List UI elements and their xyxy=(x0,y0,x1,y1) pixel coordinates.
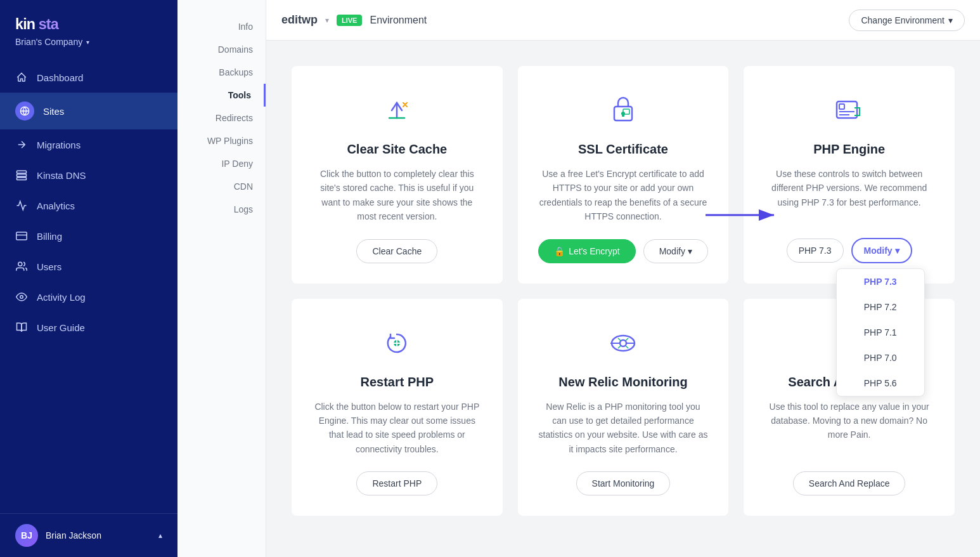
company-chevron-icon: ▾ xyxy=(86,39,89,46)
svg-rect-6 xyxy=(16,232,27,240)
lock-icon: 🔒 xyxy=(554,246,565,256)
footer-user-info: Brian Jackson xyxy=(46,530,151,541)
svg-text:sta: sta xyxy=(39,16,60,33)
svg-rect-4 xyxy=(17,174,27,177)
php-current-version: PHP 7.3 xyxy=(787,239,844,263)
php-engine-title: PHP Engine xyxy=(813,142,885,157)
sidebar-item-users-label: Users xyxy=(37,261,61,272)
sidebar-item-user-guide-label: User Guide xyxy=(37,322,85,333)
svg-point-8 xyxy=(18,262,22,266)
house-icon xyxy=(15,71,28,84)
restart-php-button[interactable]: Restart PHP xyxy=(356,471,437,495)
sidebar-item-sites[interactable]: Sites xyxy=(0,93,177,129)
sub-nav-item-domains[interactable]: Domains xyxy=(177,38,266,61)
restart-php-icon xyxy=(378,324,416,362)
sidebar-item-analytics[interactable]: Analytics xyxy=(0,190,177,221)
eye-icon xyxy=(15,291,28,303)
ssl-modify-button[interactable]: Modify ▾ xyxy=(643,239,708,263)
svg-rect-15 xyxy=(839,104,844,109)
sidebar-item-kinsta-dns[interactable]: Kinsta DNS xyxy=(0,160,177,190)
sub-nav-item-redirects[interactable]: Redirects xyxy=(177,107,266,129)
sidebar-item-kinsta-dns-label: Kinsta DNS xyxy=(37,170,86,181)
lets-encrypt-button[interactable]: 🔒 Let's Encrypt xyxy=(538,239,636,263)
clear-cache-button[interactable]: Clear Cache xyxy=(356,239,437,263)
sidebar-item-user-guide[interactable]: User Guide xyxy=(0,312,177,343)
avatar: BJ xyxy=(15,524,38,547)
new-relic-desc: New Relic is a PHP monitoring tool you c… xyxy=(538,400,709,457)
modify-chevron-icon: ▾ xyxy=(688,246,692,256)
search-and-replace-button[interactable]: Search And Replace xyxy=(793,471,906,495)
change-env-chevron-icon: ▾ xyxy=(948,15,953,25)
php-option-73[interactable]: PHP 7.3 xyxy=(837,269,924,294)
tools-content: Clear Site Cache Click the button to com… xyxy=(266,41,980,557)
sidebar-item-users[interactable]: Users xyxy=(0,251,177,282)
ssl-btn-row: 🔒 Let's Encrypt Modify ▾ xyxy=(538,239,708,263)
php-btn-row: PHP 7.3 Modify ▾ PHP 7.3 PHP 7.2 PHP 7.1… xyxy=(787,238,912,263)
arrows-icon xyxy=(15,138,28,151)
restart-php-title: Restart PHP xyxy=(361,375,434,390)
dns-icon xyxy=(15,169,28,181)
change-environment-button[interactable]: Change Environment ▾ xyxy=(849,10,965,31)
sub-nav-item-cdn[interactable]: CDN xyxy=(177,175,266,198)
sidebar-item-billing-label: Billing xyxy=(37,231,62,242)
book-icon xyxy=(15,321,28,334)
user-footer[interactable]: BJ Brian Jackson ▴ xyxy=(0,513,177,557)
sub-nav-item-logs[interactable]: Logs xyxy=(177,198,266,221)
php-option-56[interactable]: PHP 5.6 xyxy=(837,370,924,396)
new-relic-icon xyxy=(604,324,642,362)
php-option-71[interactable]: PHP 7.1 xyxy=(837,320,924,345)
credit-card-icon xyxy=(15,230,28,242)
tool-ssl: SSL Certificate Use a free Let's Encrypt… xyxy=(518,66,729,284)
sidebar-item-dashboard-label: Dashboard xyxy=(37,72,83,83)
tool-restart-php: Restart PHP Click the button below to re… xyxy=(292,299,503,516)
footer-username: Brian Jackson xyxy=(46,530,151,541)
topbar: editwp ▾ LIVE Environment Change Environ… xyxy=(266,0,980,41)
tool-new-relic: New Relic Monitoring New Relic is a PHP … xyxy=(518,299,729,516)
topbar-site-chevron-icon[interactable]: ▾ xyxy=(325,16,329,25)
modify-dropdown-chevron-icon: ▾ xyxy=(895,246,899,256)
clear-cache-desc: Click the button to completely clear thi… xyxy=(312,167,482,224)
php-modify-button[interactable]: Modify ▾ xyxy=(851,238,912,263)
company-name[interactable]: Brian's Company ▾ xyxy=(15,37,162,47)
search-replace-desc: Use this tool to replace any value in yo… xyxy=(764,400,934,457)
php-dropdown: PHP 7.3 PHP 7.2 PHP 7.1 PHP 7.0 PHP 5.6 xyxy=(836,268,925,396)
users-icon xyxy=(15,260,28,273)
clear-cache-title: Clear Site Cache xyxy=(347,142,447,157)
sub-nav-item-tools[interactable]: Tools xyxy=(177,84,266,107)
logo: kin sta xyxy=(15,15,162,34)
logo-area: kin sta Brian's Company ▾ xyxy=(0,0,177,57)
sidebar-item-activity-log[interactable]: Activity Log xyxy=(0,282,177,312)
svg-point-22 xyxy=(620,340,626,346)
sidebar-item-billing[interactable]: Billing xyxy=(0,221,177,251)
sidebar-item-migrations-label: Migrations xyxy=(37,140,81,150)
sub-nav: Info Domains Backups Tools Redirects WP … xyxy=(177,0,266,557)
sidebar: kin sta Brian's Company ▾ Dashboard Site… xyxy=(0,0,177,557)
sub-nav-item-ip-deny[interactable]: IP Deny xyxy=(177,152,266,175)
svg-rect-5 xyxy=(17,178,27,180)
ssl-desc: Use a free Let's Encrypt certificate to … xyxy=(538,167,709,224)
sidebar-item-dashboard[interactable]: Dashboard xyxy=(0,62,177,93)
ssl-icon xyxy=(604,91,642,129)
sidebar-item-analytics-label: Analytics xyxy=(37,200,75,211)
php-engine-icon xyxy=(830,91,868,129)
arrow-indicator xyxy=(706,206,782,225)
tool-clear-cache: Clear Site Cache Click the button to com… xyxy=(292,66,503,284)
php-option-72[interactable]: PHP 7.2 xyxy=(837,294,924,320)
sub-nav-item-backups[interactable]: Backups xyxy=(177,61,266,84)
sidebar-item-sites-label: Sites xyxy=(43,106,64,117)
php-option-70[interactable]: PHP 7.0 xyxy=(837,345,924,370)
sidebar-item-migrations[interactable]: Migrations xyxy=(0,129,177,160)
svg-point-9 xyxy=(20,296,23,299)
php-modify-container: Modify ▾ PHP 7.3 PHP 7.2 PHP 7.1 PHP 7.0… xyxy=(851,238,912,263)
tools-grid: Clear Site Cache Click the button to com… xyxy=(292,66,955,516)
sidebar-item-activity-log-label: Activity Log xyxy=(37,292,86,303)
new-relic-title: New Relic Monitoring xyxy=(558,375,687,390)
sub-nav-item-info[interactable]: Info xyxy=(177,15,266,38)
sub-nav-item-wp-plugins[interactable]: WP Plugins xyxy=(177,129,266,152)
sidebar-nav: Dashboard Sites Migrations Kinsta DNS An… xyxy=(0,57,177,513)
clear-cache-icon xyxy=(378,91,416,129)
env-label: Environment xyxy=(370,15,427,26)
footer-chevron-icon: ▴ xyxy=(158,531,162,540)
main-content: editwp ▾ LIVE Environment Change Environ… xyxy=(266,0,980,557)
start-monitoring-button[interactable]: Start Monitoring xyxy=(576,471,671,495)
